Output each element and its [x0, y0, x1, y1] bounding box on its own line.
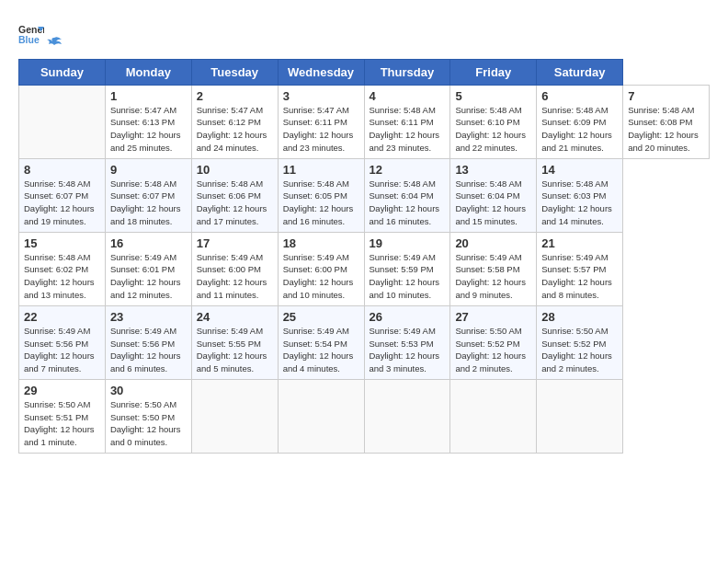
- calendar-week-5: 29Sunrise: 5:50 AMSunset: 5:51 PMDayligh…: [19, 379, 710, 453]
- calendar-cell: 23Sunrise: 5:49 AMSunset: 5:56 PMDayligh…: [105, 305, 191, 379]
- day-detail: Sunrise: 5:49 AMSunset: 6:00 PMDaylight:…: [197, 251, 273, 302]
- weekday-header-thursday: Thursday: [364, 59, 450, 85]
- day-detail: Sunrise: 5:48 AMSunset: 6:11 PMDaylight:…: [370, 104, 446, 155]
- calendar-cell: 2Sunrise: 5:47 AMSunset: 6:12 PMDaylight…: [191, 85, 278, 158]
- logo-bird-icon: [47, 36, 62, 49]
- calendar-table: SundayMondayTuesdayWednesdayThursdayFrid…: [18, 59, 710, 454]
- calendar-cell: 13Sunrise: 5:48 AMSunset: 6:04 PMDayligh…: [450, 158, 537, 232]
- logo: General Blue: [18, 15, 62, 52]
- day-number: 22: [24, 310, 100, 324]
- calendar-cell: 8Sunrise: 5:48 AMSunset: 6:07 PMDaylight…: [19, 158, 106, 232]
- day-number: 19: [370, 236, 446, 250]
- day-detail: Sunrise: 5:49 AMSunset: 5:55 PMDaylight:…: [197, 325, 273, 375]
- day-number: 10: [197, 163, 273, 177]
- day-detail: Sunrise: 5:49 AMSunset: 5:59 PMDaylight:…: [370, 251, 446, 302]
- day-detail: Sunrise: 5:48 AMSunset: 6:02 PMDaylight:…: [24, 251, 100, 302]
- calendar-cell: 5Sunrise: 5:48 AMSunset: 6:10 PMDaylight…: [450, 85, 537, 158]
- day-detail: Sunrise: 5:48 AMSunset: 6:09 PMDaylight:…: [541, 104, 618, 155]
- calendar-cell: 26Sunrise: 5:49 AMSunset: 5:53 PMDayligh…: [364, 305, 450, 379]
- weekday-header-wednesday: Wednesday: [278, 59, 364, 85]
- day-number: 6: [541, 89, 618, 103]
- calendar-cell: 3Sunrise: 5:47 AMSunset: 6:11 PMDaylight…: [278, 85, 364, 158]
- page-header: General Blue: [18, 15, 710, 52]
- day-detail: Sunrise: 5:49 AMSunset: 5:54 PMDaylight:…: [283, 325, 359, 375]
- day-number: 9: [110, 163, 187, 177]
- day-number: 24: [197, 310, 273, 324]
- calendar-cell: 20Sunrise: 5:49 AMSunset: 5:58 PMDayligh…: [450, 232, 537, 305]
- day-detail: Sunrise: 5:48 AMSunset: 6:03 PMDaylight:…: [541, 178, 618, 228]
- day-detail: Sunrise: 5:50 AMSunset: 5:52 PMDaylight:…: [455, 325, 531, 375]
- day-detail: Sunrise: 5:49 AMSunset: 5:56 PMDaylight:…: [24, 325, 100, 375]
- calendar-cell: 29Sunrise: 5:50 AMSunset: 5:51 PMDayligh…: [19, 379, 106, 453]
- calendar-cell: 11Sunrise: 5:48 AMSunset: 6:05 PMDayligh…: [278, 158, 364, 232]
- calendar-cell: [191, 379, 278, 453]
- calendar-cell: 17Sunrise: 5:49 AMSunset: 6:00 PMDayligh…: [191, 232, 278, 305]
- day-detail: Sunrise: 5:49 AMSunset: 6:01 PMDaylight:…: [110, 251, 187, 302]
- day-number: 26: [370, 310, 446, 324]
- calendar-cell: 18Sunrise: 5:49 AMSunset: 6:00 PMDayligh…: [278, 232, 364, 305]
- calendar-cell: 7Sunrise: 5:48 AMSunset: 6:08 PMDaylight…: [623, 85, 710, 158]
- day-detail: Sunrise: 5:47 AMSunset: 6:11 PMDaylight:…: [283, 104, 359, 155]
- day-number: 16: [110, 236, 187, 250]
- weekday-header-saturday: Saturday: [537, 59, 623, 85]
- day-detail: Sunrise: 5:47 AMSunset: 6:12 PMDaylight:…: [197, 104, 273, 155]
- day-number: 12: [370, 163, 446, 177]
- calendar-cell: 12Sunrise: 5:48 AMSunset: 6:04 PMDayligh…: [364, 158, 450, 232]
- svg-text:Blue: Blue: [18, 33, 40, 44]
- day-detail: Sunrise: 5:48 AMSunset: 6:10 PMDaylight:…: [455, 104, 531, 155]
- day-number: 2: [197, 89, 273, 103]
- weekday-header-row: SundayMondayTuesdayWednesdayThursdayFrid…: [19, 59, 710, 85]
- weekday-header-monday: Monday: [105, 59, 191, 85]
- logo-text: [46, 15, 62, 52]
- day-detail: Sunrise: 5:48 AMSunset: 6:05 PMDaylight:…: [283, 178, 359, 228]
- calendar-cell: [19, 85, 106, 158]
- calendar-cell: 28Sunrise: 5:50 AMSunset: 5:52 PMDayligh…: [537, 305, 623, 379]
- calendar-cell: 24Sunrise: 5:49 AMSunset: 5:55 PMDayligh…: [191, 305, 278, 379]
- day-number: 17: [197, 236, 273, 250]
- day-number: 15: [24, 236, 100, 250]
- calendar-cell: 25Sunrise: 5:49 AMSunset: 5:54 PMDayligh…: [278, 305, 364, 379]
- day-number: 21: [541, 236, 618, 250]
- day-detail: Sunrise: 5:50 AMSunset: 5:52 PMDaylight:…: [541, 325, 618, 375]
- calendar-week-1: 1Sunrise: 5:47 AMSunset: 6:13 PMDaylight…: [19, 85, 710, 158]
- weekday-header-friday: Friday: [450, 59, 537, 85]
- day-detail: Sunrise: 5:49 AMSunset: 5:56 PMDaylight:…: [110, 325, 187, 375]
- logo-icon: General Blue: [18, 20, 44, 46]
- calendar-body: 1Sunrise: 5:47 AMSunset: 6:13 PMDaylight…: [19, 85, 710, 453]
- day-detail: Sunrise: 5:49 AMSunset: 5:58 PMDaylight:…: [455, 251, 531, 302]
- weekday-header-tuesday: Tuesday: [191, 59, 278, 85]
- weekday-header-sunday: Sunday: [19, 59, 106, 85]
- day-number: 30: [110, 384, 187, 397]
- day-detail: Sunrise: 5:47 AMSunset: 6:13 PMDaylight:…: [110, 104, 187, 155]
- day-number: 3: [283, 89, 359, 103]
- calendar-cell: 4Sunrise: 5:48 AMSunset: 6:11 PMDaylight…: [364, 85, 450, 158]
- calendar-cell: 10Sunrise: 5:48 AMSunset: 6:06 PMDayligh…: [191, 158, 278, 232]
- calendar-cell: 9Sunrise: 5:48 AMSunset: 6:07 PMDaylight…: [105, 158, 191, 232]
- day-number: 11: [283, 163, 359, 177]
- day-number: 23: [110, 310, 187, 324]
- day-detail: Sunrise: 5:50 AMSunset: 5:50 PMDaylight:…: [110, 398, 187, 449]
- day-number: 14: [541, 163, 618, 177]
- day-detail: Sunrise: 5:48 AMSunset: 6:07 PMDaylight:…: [110, 178, 187, 228]
- calendar-cell: [450, 379, 537, 453]
- day-detail: Sunrise: 5:48 AMSunset: 6:04 PMDaylight:…: [455, 178, 531, 228]
- calendar-cell: [537, 379, 623, 453]
- day-detail: Sunrise: 5:50 AMSunset: 5:51 PMDaylight:…: [24, 398, 100, 449]
- day-number: 25: [283, 310, 359, 324]
- day-number: 7: [628, 89, 704, 103]
- day-detail: Sunrise: 5:48 AMSunset: 6:07 PMDaylight:…: [24, 178, 100, 228]
- calendar-week-2: 8Sunrise: 5:48 AMSunset: 6:07 PMDaylight…: [19, 158, 710, 232]
- day-number: 27: [455, 310, 531, 324]
- calendar-cell: 6Sunrise: 5:48 AMSunset: 6:09 PMDaylight…: [537, 85, 623, 158]
- calendar-cell: 22Sunrise: 5:49 AMSunset: 5:56 PMDayligh…: [19, 305, 106, 379]
- day-detail: Sunrise: 5:49 AMSunset: 5:53 PMDaylight:…: [370, 325, 446, 375]
- calendar-cell: 1Sunrise: 5:47 AMSunset: 6:13 PMDaylight…: [105, 85, 191, 158]
- calendar-week-3: 15Sunrise: 5:48 AMSunset: 6:02 PMDayligh…: [19, 232, 710, 305]
- calendar-week-4: 22Sunrise: 5:49 AMSunset: 5:56 PMDayligh…: [19, 305, 710, 379]
- day-number: 8: [24, 163, 100, 177]
- day-detail: Sunrise: 5:49 AMSunset: 5:57 PMDaylight:…: [541, 251, 618, 302]
- calendar-cell: 21Sunrise: 5:49 AMSunset: 5:57 PMDayligh…: [537, 232, 623, 305]
- calendar-cell: 16Sunrise: 5:49 AMSunset: 6:01 PMDayligh…: [105, 232, 191, 305]
- calendar-cell: [364, 379, 450, 453]
- day-number: 28: [541, 310, 618, 324]
